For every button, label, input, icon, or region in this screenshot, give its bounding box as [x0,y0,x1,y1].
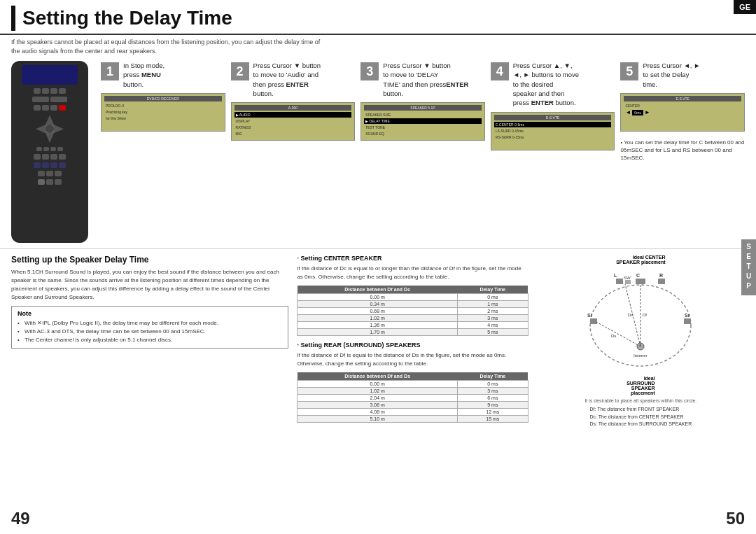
step-4-screen: D.S.VTE C-CENTER 0-5ms LS-SURR 0-15ms RS… [491,112,615,150]
table-row: 0.68 m2 ms [298,308,528,315]
table-row: 5.10 m15 ms [298,416,528,423]
remote-control [11,61,88,243]
svg-text:Ds: Ds [611,334,616,338]
bottom-section-title: Setting up the Speaker Delay Time [11,255,288,265]
center-table-header-0: Distance between Df and Dc [298,286,458,294]
svg-text:Sr: Sr [685,313,690,318]
svg-rect-11 [590,318,597,324]
rear-delay-table: Distance between Df and Ds Delay Time 0.… [297,372,528,423]
remote-btn-12 [38,171,45,176]
table-cell: 1.02 m [298,315,458,322]
remote-btn-wide-1 [32,97,49,102]
table-row: 1.70 m5 ms [298,329,528,336]
dpad-up [46,115,54,125]
bottom-left: Setting up the Speaker Delay Time When 5… [11,255,288,428]
remote-btn-blue1 [34,162,41,168]
setup-badge: SETUP [741,239,756,295]
table-cell: 0.00 m [298,294,458,301]
table-cell: 5.10 m [298,416,458,423]
remote-btn-s3 [50,147,56,151]
remote-btn-14 [55,171,62,176]
step-2-header: 2 Press Cursor ▼ button to move to 'Audi… [231,61,356,98]
step-2: 2 Press Cursor ▼ button to move to 'Audi… [231,61,356,141]
step-3-text: Press Cursor ▼ button to move to 'DELAY … [383,61,468,98]
legend-ds: Ds: The distance from SURROUND SPEAKER [589,421,692,428]
table-row: 1.36 m4 ms [298,322,528,329]
table-row: 0.00 m0 ms [298,294,528,301]
note-item-1: With ✕IPL (Dolby Pro Logic II), the dela… [18,319,282,328]
table-row: 1.02 m3 ms [298,388,528,395]
main-content: 1 In Stop mode, press MENU button. DVD/C… [0,58,756,246]
note-list: With ✕IPL (Dolby Pro Logic II), the dela… [18,319,282,344]
remote-btn-13 [46,171,53,176]
remote-btn-blue3 [50,162,57,168]
table-cell: 12 ms [457,409,528,416]
diagram-title: Ideal CENTER SPEAKER placement [616,255,665,265]
bottom-section: Setting up the Speaker Delay Time When 5… [0,248,756,434]
table-row: 0.34 m1 ms [298,301,528,308]
step-4: 4 Press Cursor ▲, ▼, ◄, ► buttons to mov… [491,61,615,150]
svg-text:Df: Df [643,313,647,317]
svg-text:listener: listener [634,353,648,358]
svg-text:SW: SW [624,276,631,280]
remote-btn-1 [34,88,41,94]
table-row: 0.00 m0 ms [298,381,528,388]
step-5-note: • You can set the delay time for C betwe… [620,139,745,162]
rear-table-header-0: Distance between Df and Ds [298,372,458,381]
table-cell: 0 ms [457,381,528,388]
table-row: 1.02 m3 ms [298,315,528,322]
page-number-left: 49 [11,509,30,528]
step-5-text: Press Cursor ◄, ► to set the Delay time. [643,61,700,89]
svg-rect-7 [636,279,645,284]
table-cell: 4 ms [457,322,528,329]
remote-btn-5 [34,105,41,111]
table-cell: 9 ms [457,402,528,409]
center-delay-table: Distance between Df and Dc Delay Time 0.… [297,286,528,336]
step-5-number: 5 [620,62,638,80]
dpad-left [36,125,46,133]
remote-btn-blue2 [42,162,49,168]
table-cell: 3 ms [457,388,528,395]
remote-btn-red [59,105,66,111]
step-1-header: 1 In Stop mode, press MENU button. [101,61,225,89]
step-5-screen: D.S.VTE CENTER ◄ 0ms ► [620,93,745,132]
table-row: 2.04 m6 ms [298,395,528,402]
table-cell: 1.36 m [298,322,458,329]
step-1-text: In Stop mode, press MENU button. [123,61,164,89]
step-2-text: Press Cursor ▼ button to move to 'Audio'… [253,61,321,98]
step-5-header: 5 Press Cursor ◄, ► to set the Delay tim… [620,61,745,89]
note-title: Note [18,310,282,317]
table-cell: 6 ms [457,395,528,402]
remote-btn-wide-2 [50,97,67,102]
step-1: 1 In Stop mode, press MENU button. DVD/C… [101,61,225,132]
diagram-desirable: It is desirable to place all speakers wi… [584,398,696,403]
table-cell: 0 ms [457,294,528,301]
step-3-header: 3 Press Cursor ▼ button to move to 'DELA… [360,61,485,98]
center-speaker-title: · Setting CENTER SPEAKER [297,255,528,262]
remote-btn-6 [42,105,49,111]
table-cell: 0.68 m [298,308,458,315]
dpad-down [46,133,54,143]
table-cell: 3.06 m [298,402,458,409]
dpad-right [54,125,64,133]
ge-badge: GE [734,0,756,14]
note-item-2: With AC-3 and DTS, the delay time can be… [18,328,282,336]
table-cell: 0.00 m [298,381,458,388]
table-row: 4.08 m12 ms [298,409,528,416]
legend-dc: Dc: The distance from CENTER SPEAKER [589,414,692,421]
page-numbers: 49 50 [0,509,756,528]
legend-df: Df: The distance from FRONT SPEAKER [589,406,692,414]
step-2-number: 2 [231,62,249,80]
remote-btn-11 [59,154,66,160]
remote-btn-9 [42,154,49,160]
remote-area [11,61,95,243]
table-cell: 4.08 m [298,409,458,416]
bottom-body-text: When 5.1CH Surround Sound is played, you… [11,268,288,302]
svg-text:Sl: Sl [587,313,592,318]
room-diagram: listener L R C SW Sl Sr Df [578,266,704,374]
step-1-screen: DVD/CD RECEIVER PROLOG-II Practicing key… [101,93,225,132]
remote-btn-7 [50,105,57,111]
page-title: Setting the Delay Time [22,7,232,29]
svg-rect-13 [684,318,691,324]
step-3-screen: SPEAKER 5.1P SPEAKER SIZE ▶ DELAY TIME T… [360,102,485,141]
